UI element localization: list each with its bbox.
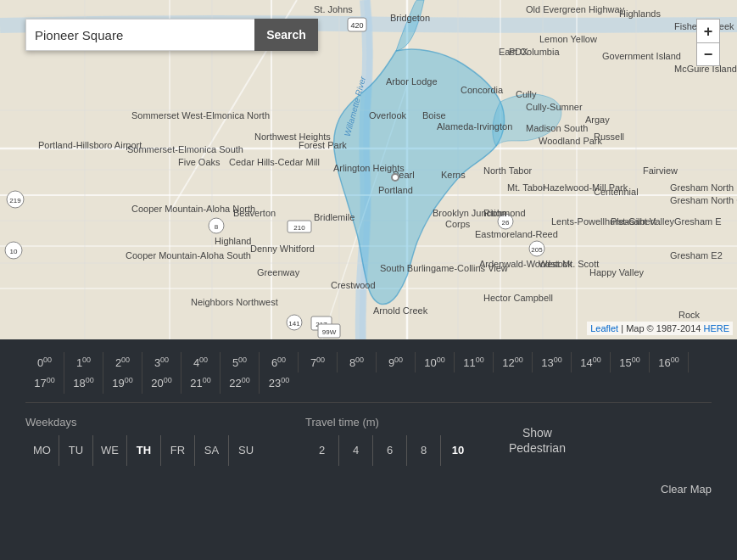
zoom-in-button[interactable]: + — [696, 19, 720, 42]
svg-text:8: 8 — [215, 223, 219, 231]
show-pedestrian-button[interactable]: ShowPedestrian — [509, 425, 566, 456]
travel-time-buttons: 246810 — [305, 435, 475, 466]
day-button-sa[interactable]: SA — [195, 435, 229, 466]
svg-text:141: 141 — [288, 320, 300, 328]
leaflet-link[interactable]: Leaflet — [590, 323, 618, 333]
svg-text:99W: 99W — [322, 328, 337, 336]
hour-item[interactable]: 800 — [338, 352, 377, 372]
hour-item[interactable]: 1800 — [64, 372, 103, 393]
map-container: 420 8 141 217 99W 10 219 210 26 — [0, 0, 737, 339]
bottom-panel: 0001002003004005006007008009001000110012… — [0, 339, 737, 560]
hour-item[interactable]: 2000 — [142, 372, 181, 393]
hour-item[interactable]: 600 — [260, 352, 299, 372]
day-button-fr[interactable]: FR — [161, 435, 195, 466]
travel-time-label: Travel time (m) — [305, 416, 475, 428]
svg-text:26: 26 — [502, 219, 510, 227]
here-link[interactable]: HERE — [703, 323, 729, 333]
day-button-mo[interactable]: MO — [25, 435, 59, 466]
weekdays-label: Weekdays — [25, 416, 263, 428]
hour-item[interactable]: 1500 — [611, 352, 650, 372]
travel-time-button-6[interactable]: 6 — [373, 435, 407, 466]
hour-item[interactable]: 300 — [142, 352, 181, 372]
travel-time-button-2[interactable]: 2 — [305, 435, 339, 466]
hour-item[interactable]: 1000 — [416, 352, 455, 372]
hour-item[interactable]: 2100 — [181, 372, 221, 393]
center-dot — [391, 173, 399, 182]
day-button-th[interactable]: TH — [127, 435, 161, 466]
controls-row: Weekdays MOTUWETHFRSASU Travel time (m) … — [25, 416, 712, 466]
hour-item[interactable]: 900 — [377, 352, 416, 372]
travel-time-button-10[interactable]: 10 — [441, 435, 475, 466]
search-button[interactable]: Search — [254, 19, 318, 51]
zoom-out-button[interactable]: − — [696, 42, 720, 66]
clear-map-row: Clear Map — [25, 483, 712, 496]
hour-item[interactable]: 1200 — [494, 352, 533, 372]
hour-item[interactable]: 1100 — [455, 352, 494, 372]
search-input[interactable] — [25, 19, 254, 51]
travel-time-button-4[interactable]: 4 — [339, 435, 373, 466]
panel-divider — [25, 402, 712, 403]
day-button-tu[interactable]: TU — [59, 435, 93, 466]
svg-text:219: 219 — [9, 197, 21, 204]
hour-item[interactable]: 1900 — [103, 372, 142, 393]
hours-row: 0001002003004005006007008009001000110012… — [25, 352, 712, 394]
map-background: 420 8 141 217 99W 10 219 210 26 — [0, 0, 737, 339]
hour-item[interactable]: 000 — [25, 352, 64, 372]
svg-text:205: 205 — [531, 246, 543, 254]
search-bar: Search — [25, 19, 318, 51]
travel-section: Travel time (m) 246810 — [305, 416, 475, 466]
svg-text:10: 10 — [10, 248, 18, 255]
day-button-su[interactable]: SU — [229, 435, 263, 466]
hour-item[interactable]: 1700 — [25, 372, 64, 393]
pedestrian-section: ShowPedestrian — [509, 425, 566, 456]
weekdays-section: Weekdays MOTUWETHFRSASU — [25, 416, 263, 466]
hour-item[interactable]: 1400 — [572, 352, 611, 372]
hour-item[interactable]: 400 — [181, 352, 221, 372]
hour-item[interactable]: 2200 — [221, 372, 260, 393]
clear-map-button[interactable]: Clear Map — [661, 483, 712, 496]
day-button-we[interactable]: WE — [93, 435, 127, 466]
hour-item[interactable]: 1300 — [533, 352, 572, 372]
weekday-buttons: MOTUWETHFRSASU — [25, 435, 263, 466]
hour-item[interactable]: 1600 — [650, 352, 689, 372]
svg-text:210: 210 — [293, 224, 305, 232]
travel-time-button-8[interactable]: 8 — [407, 435, 441, 466]
zoom-controls: + − — [696, 19, 720, 66]
hour-item[interactable]: 500 — [221, 352, 260, 372]
map-svg: 420 8 141 217 99W 10 219 210 26 — [0, 0, 737, 339]
hour-item[interactable]: 2300 — [260, 372, 299, 393]
hour-item[interactable]: 200 — [103, 352, 142, 372]
svg-text:420: 420 — [350, 21, 363, 30]
hour-item[interactable]: 100 — [64, 352, 103, 372]
hour-item[interactable]: 700 — [299, 352, 338, 372]
map-attribution: Leaflet | Map © 1987-2014 HERE — [587, 322, 733, 335]
